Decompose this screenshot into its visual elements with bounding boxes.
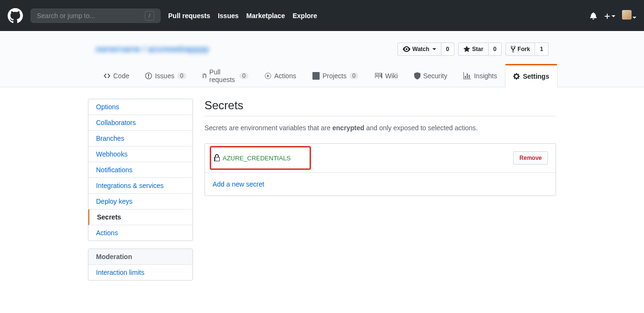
tab-actions[interactable]: Actions [257, 64, 304, 87]
tab-issues[interactable]: Issues0 [137, 64, 194, 87]
watch-button-group: Watch 0 [397, 42, 454, 56]
add-secret-row: Add a new secret [205, 173, 556, 196]
tab-security[interactable]: Security [406, 64, 456, 87]
avatar [622, 10, 632, 20]
nav-pull-requests[interactable]: Pull requests [168, 12, 210, 20]
watch-button[interactable]: Watch [397, 42, 441, 56]
repo-title-blurred: ownername / azurewebapppp [96, 44, 397, 54]
search-box[interactable]: / [31, 9, 161, 23]
lock-icon [214, 154, 220, 162]
sidebar-item-options[interactable]: Options [88, 99, 193, 115]
sidebar-item-deploy-keys[interactable]: Deploy keys [88, 194, 193, 209]
add-new-secret-link[interactable]: Add a new secret [213, 180, 264, 188]
settings-menu: Options Collaborators Branches Webhooks … [88, 99, 193, 241]
slash-key-hint: / [145, 11, 154, 21]
tab-projects[interactable]: Projects0 [304, 64, 366, 87]
user-menu[interactable] [622, 10, 636, 21]
tab-wiki[interactable]: Wiki [366, 64, 406, 87]
secret-highlight-box: AZURE_CREDENTIALS [210, 146, 311, 170]
nav-issues[interactable]: Issues [218, 12, 239, 20]
global-header: / Pull requests Issues Marketplace Explo… [0, 0, 644, 31]
sidebar-item-branches[interactable]: Branches [88, 131, 193, 146]
repo-tabs: Code Issues0 Pull requests0 Actions Proj… [96, 63, 548, 87]
moderation-heading: Moderation [88, 249, 193, 265]
notifications-icon[interactable] [590, 12, 597, 20]
sidebar-item-actions[interactable]: Actions [88, 225, 193, 240]
page-title: Secrets [204, 99, 556, 116]
search-input[interactable] [37, 12, 145, 20]
nav-marketplace[interactable]: Marketplace [247, 12, 285, 20]
tab-insights[interactable]: Insights [455, 64, 505, 87]
star-count[interactable]: 0 [489, 42, 502, 56]
tab-pull-requests[interactable]: Pull requests0 [194, 64, 257, 87]
secret-name[interactable]: AZURE_CREDENTIALS [223, 155, 290, 162]
watch-count[interactable]: 0 [441, 42, 455, 56]
main-content: Secrets Secrets are environment variable… [204, 99, 556, 288]
fork-count[interactable]: 1 [535, 42, 548, 56]
nav-explore[interactable]: Explore [292, 12, 317, 20]
sidebar-item-webhooks[interactable]: Webhooks [88, 146, 193, 162]
secrets-list: AZURE_CREDENTIALS Remove Add a new secre… [204, 143, 556, 196]
repo-header: ownername / azurewebapppp Watch 0 Star 0… [0, 31, 644, 87]
secret-row: AZURE_CREDENTIALS Remove [205, 144, 556, 173]
star-button-group: Star 0 [458, 42, 502, 56]
moderation-menu: Moderation Interaction limits [88, 249, 193, 281]
star-button[interactable]: Star [458, 42, 488, 56]
github-logo-icon[interactable] [8, 8, 23, 23]
sidebar-item-collaborators[interactable]: Collaborators [88, 115, 193, 131]
remove-secret-button[interactable]: Remove [513, 151, 548, 165]
settings-sidebar: Options Collaborators Branches Webhooks … [88, 99, 193, 288]
fork-button-group: Fork 1 [505, 42, 548, 56]
tab-settings[interactable]: Settings [505, 64, 557, 87]
sidebar-item-secrets[interactable]: Secrets [88, 209, 193, 225]
fork-button[interactable]: Fork [505, 42, 535, 56]
primary-nav: Pull requests Issues Marketplace Explore [168, 12, 317, 20]
sidebar-item-interaction-limits[interactable]: Interaction limits [88, 265, 193, 280]
tab-code[interactable]: Code [96, 64, 137, 87]
create-new-dropdown[interactable] [604, 12, 615, 20]
page-description: Secrets are environment variables that a… [204, 124, 556, 132]
sidebar-item-integrations[interactable]: Integrations & services [88, 178, 193, 194]
sidebar-item-notifications[interactable]: Notifications [88, 162, 193, 178]
